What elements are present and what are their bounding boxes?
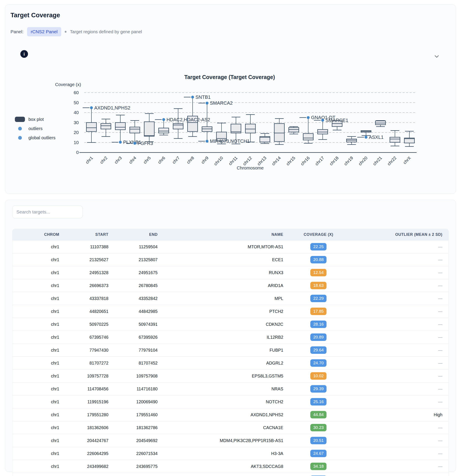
cell-name: MTOR,MTOR-AS1 [161, 240, 287, 253]
cell-end: 50974391 [112, 318, 161, 331]
boxplot-chart: box plot outliers global outliers Target… [5, 72, 456, 186]
table-header-row: CHROM START END NAME COVERAGE (X) OUTLIE… [12, 229, 449, 240]
cell-coverage: 29.64 [287, 344, 350, 357]
table-row[interactable]: chr14333781843352842MPL22.29— [12, 292, 449, 305]
cell-start: 81707272 [63, 357, 112, 370]
column-header-outlier: OUTLIER (MEAN ± 2 SD) [350, 229, 449, 240]
box-chr7 [173, 123, 183, 129]
table-row[interactable]: chr17794743077979104FUBP129.64— [12, 344, 449, 357]
global-outlier-dot-icon [18, 136, 22, 140]
cell-coverage: 29.39 [287, 382, 350, 395]
chevron-down-icon[interactable] [433, 53, 440, 61]
cell-outlier: — [350, 382, 449, 395]
coverage-badge: 28.16 [310, 321, 327, 328]
panel-description: Target regions defined by gene panel [70, 29, 142, 34]
coverage-badge: 20.89 [310, 333, 327, 341]
cell-name: EPS8L3,GSTM5 [161, 370, 287, 382]
cell-chrom: chr1 [12, 266, 63, 279]
cell-name: CACNA1E [161, 421, 287, 434]
cell-name: CDKN2C [161, 318, 287, 331]
table-row[interactable]: chr1114708456114716180NRAS29.39— [12, 382, 449, 395]
x-tick-label: chr12 [242, 155, 253, 166]
x-tick-label: chr13 [256, 155, 267, 166]
box-chr19 [347, 139, 357, 142]
cell-coverage: 25.16 [287, 395, 350, 408]
cell-start: 114708456 [63, 382, 112, 395]
cell-coverage: 20.89 [287, 331, 350, 344]
cell-end: 24951675 [112, 266, 161, 279]
y-axis-title: Coverage (x) [55, 82, 81, 87]
outlier-label: AXDND1,NPHS2 [94, 105, 130, 110]
cell-outlier: — [350, 331, 449, 344]
cell-name: NRAS [161, 382, 287, 395]
no-outlier-dash: — [438, 244, 443, 249]
cell-outlier: — [350, 240, 449, 253]
box-chr2 [101, 123, 111, 129]
cell-chrom: chr1 [12, 331, 63, 344]
column-header-name: NAME [161, 229, 287, 240]
column-header-chrom: CHROM [12, 229, 63, 240]
cell-end: 243843247 [112, 473, 161, 476]
target-coverage-card: Target Coverage Panel: rCNS2 Panel Targe… [5, 4, 456, 194]
cell-name: MPL [161, 292, 287, 305]
table-row[interactable]: chr12669637326780845ARID1A18.63— [12, 279, 449, 292]
cell-coverage: 24.67 [287, 447, 350, 460]
table-row[interactable]: chr1226064295226071534H3-3A24.67— [12, 447, 449, 460]
cell-end: 243695775 [112, 460, 161, 473]
table-row[interactable]: chr14482065144842985PTCH217.85— [12, 305, 449, 318]
cell-outlier: — [350, 473, 449, 476]
table-row[interactable]: chr1181362606181362786CACNA1E30.23— [12, 421, 449, 434]
table-row[interactable]: chr1243499682243695775AKT3,SDCCAG834.18— [12, 460, 449, 473]
cell-start: 77947430 [63, 344, 112, 357]
legend-label: box plot [28, 117, 44, 122]
cell-end: 109757908 [112, 370, 161, 382]
cell-chrom: chr1 [12, 292, 63, 305]
table-row[interactable]: chr1204424767204549692MDM4,PIK3C2B,PPP1R… [12, 434, 449, 447]
table-row[interactable]: chr11110738811259504MTOR,MTOR-AS122.25— [12, 240, 449, 253]
table-row[interactable]: chr1179551280179551460AXDND1,NPHS244.84H… [12, 408, 449, 421]
search-input[interactable] [12, 206, 83, 218]
table-row[interactable]: chr18170727281707452ADGRL224.70— [12, 357, 449, 370]
cell-end: 67395926 [112, 331, 161, 344]
table-row[interactable]: chr12132562721325807ECE120.88— [12, 253, 449, 266]
box-chr22 [390, 137, 400, 142]
coverage-badge: 22.29 [310, 295, 327, 302]
cell-coverage: 24.70 [287, 357, 350, 370]
no-outlier-dash: — [438, 438, 443, 443]
coverage-badge: 12.54 [310, 269, 327, 276]
outlier-point [119, 141, 122, 144]
table-row[interactable]: chr16739574667395926IL12RB220.89— [12, 331, 449, 344]
x-tick-label: chr8 [186, 155, 195, 165]
cell-coverage: 20.88 [287, 253, 350, 266]
outlier-point [162, 118, 165, 121]
coverage-badge: 10.02 [310, 372, 327, 380]
outlier-label: SNTB1 [196, 94, 211, 100]
coverage-badge: 20.88 [310, 256, 327, 264]
table-row[interactable]: chr12495132824951675RUNX312.54— [12, 266, 449, 279]
cell-name: ARID1A [161, 279, 287, 292]
outlier-label: SMARCE1 [325, 118, 348, 123]
legend-item-boxplot: box plot [15, 116, 55, 122]
outlier-label: SMARCA2 [210, 101, 233, 106]
table-row[interactable]: chr1119915196120069490NOTCH225.16— [12, 395, 449, 408]
chart-legend: box plot outliers global outliers [15, 116, 55, 144]
cell-name: H3-3A [161, 447, 287, 460]
x-tick-label: chr7 [171, 155, 181, 165]
cell-chrom: chr1 [12, 473, 63, 476]
cell-name: ADGRL2 [161, 357, 287, 370]
cell-end: 114716180 [112, 382, 161, 395]
targets-table-card: CHROM START END NAME COVERAGE (X) OUTLIE… [5, 200, 456, 472]
table-row[interactable]: chr1109757728109757908EPS8L3,GSTM510.02— [12, 370, 449, 382]
cell-name: FUBP1 [161, 344, 287, 357]
y-tick-label: 60 [74, 90, 79, 95]
panel-badge[interactable]: rCNS2 Panel [27, 27, 61, 36]
cell-outlier: — [350, 460, 449, 473]
cell-start: 44820651 [63, 305, 112, 318]
info-icon[interactable]: i [20, 50, 28, 58]
cell-name: AXDND1,NPHS2 [161, 408, 287, 421]
cell-coverage: 18.63 [287, 279, 350, 292]
cell-chrom: chr1 [12, 357, 63, 370]
table-row[interactable]: chr1243843046243843247AKT329.68— [12, 473, 449, 476]
coverage-badge: 25.16 [310, 398, 327, 406]
table-row[interactable]: chr15097022550974391CDKN2C28.16— [12, 318, 449, 331]
